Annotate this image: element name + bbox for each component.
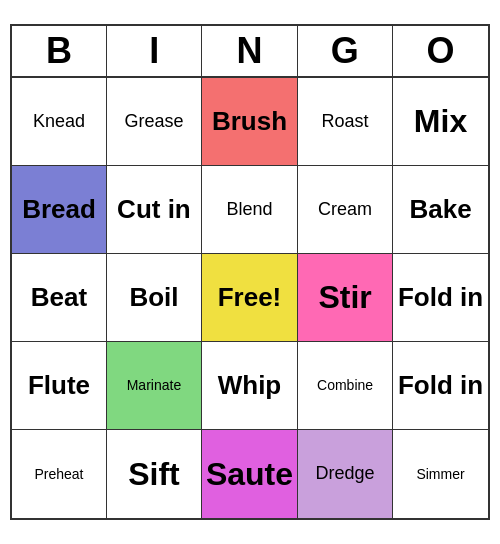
- bingo-cell-11[interactable]: Boil: [107, 254, 202, 342]
- bingo-card: BINGO KneadGreaseBrushRoastMixBreadCut i…: [10, 24, 490, 520]
- bingo-cell-1[interactable]: Grease: [107, 78, 202, 166]
- bingo-cell-23[interactable]: Dredge: [298, 430, 393, 518]
- bingo-cell-7[interactable]: Blend: [202, 166, 298, 254]
- bingo-cell-14[interactable]: Fold in: [393, 254, 488, 342]
- bingo-cell-8[interactable]: Cream: [298, 166, 393, 254]
- bingo-cell-24[interactable]: Simmer: [393, 430, 488, 518]
- bingo-cell-5[interactable]: Bread: [12, 166, 107, 254]
- header-cell-b: B: [12, 26, 107, 76]
- bingo-cell-10[interactable]: Beat: [12, 254, 107, 342]
- bingo-cell-21[interactable]: Sift: [107, 430, 202, 518]
- bingo-cell-9[interactable]: Bake: [393, 166, 488, 254]
- bingo-cell-2[interactable]: Brush: [202, 78, 298, 166]
- bingo-cell-19[interactable]: Fold in: [393, 342, 488, 430]
- bingo-cell-0[interactable]: Knead: [12, 78, 107, 166]
- header-cell-g: G: [298, 26, 393, 76]
- header-cell-i: I: [107, 26, 202, 76]
- bingo-cell-17[interactable]: Whip: [202, 342, 298, 430]
- bingo-grid: KneadGreaseBrushRoastMixBreadCut inBlend…: [12, 78, 488, 518]
- header-cell-n: N: [202, 26, 297, 76]
- bingo-cell-12[interactable]: Free!: [202, 254, 298, 342]
- bingo-cell-3[interactable]: Roast: [298, 78, 393, 166]
- bingo-cell-20[interactable]: Preheat: [12, 430, 107, 518]
- header-row: BINGO: [12, 26, 488, 78]
- bingo-cell-22[interactable]: Saute: [202, 430, 298, 518]
- header-cell-o: O: [393, 26, 488, 76]
- bingo-cell-18[interactable]: Combine: [298, 342, 393, 430]
- bingo-cell-6[interactable]: Cut in: [107, 166, 202, 254]
- bingo-cell-15[interactable]: Flute: [12, 342, 107, 430]
- bingo-cell-13[interactable]: Stir: [298, 254, 393, 342]
- bingo-cell-4[interactable]: Mix: [393, 78, 488, 166]
- bingo-cell-16[interactable]: Marinate: [107, 342, 202, 430]
